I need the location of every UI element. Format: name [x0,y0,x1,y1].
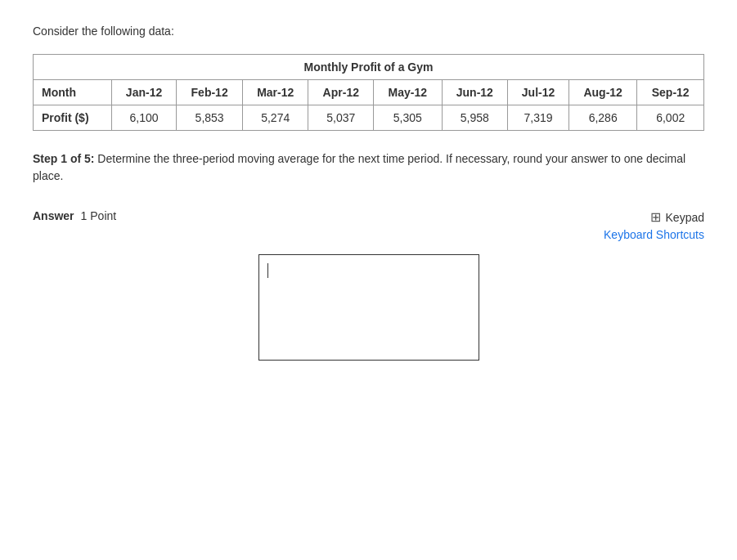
col-header-aug: Aug-12 [568,80,636,105]
step-description: Determine the three-period moving averag… [33,152,685,182]
row-label-profit: Profit ($) [34,105,112,131]
cell-may: 5,305 [374,105,442,131]
answer-input-area [33,254,704,361]
col-header-month: Month [34,80,112,105]
table-row: Profit ($) 6,100 5,853 5,274 5,037 5,305… [34,105,704,131]
page-container: Consider the following data: Monthly Pro… [0,0,737,560]
col-header-may: May-12 [374,80,442,105]
col-header-jul: Jul-12 [508,80,569,105]
answer-points: 1 Point [81,209,117,222]
data-table: Monthly Profit of a Gym Month Jan-12 Feb… [33,54,704,131]
cursor-line [267,263,268,278]
step-label: Step 1 of 5: [33,152,94,165]
cell-jun: 5,958 [442,105,508,131]
step-text: Step 1 of 5: Determine the three-period … [33,150,704,185]
table-title: Monthly Profit of a Gym [34,55,704,80]
answer-label-group: Answer 1 Point [33,209,116,222]
keypad-label: Keypad [666,211,704,224]
keyboard-shortcuts-link[interactable]: Keyboard Shortcuts [604,228,704,241]
answer-input-box[interactable] [258,254,479,361]
answer-header: Answer 1 Point ⊞ Keypad Keyboard Shortcu… [33,209,704,241]
cell-sep: 6,002 [637,105,704,131]
col-header-feb: Feb-12 [177,80,243,105]
table-wrapper: Monthly Profit of a Gym Month Jan-12 Feb… [33,54,704,131]
cell-mar: 5,274 [242,105,308,131]
col-header-jun: Jun-12 [442,80,508,105]
cell-apr: 5,037 [308,105,374,131]
keypad-button[interactable]: ⊞ Keypad [650,209,704,225]
cell-jul: 7,319 [508,105,569,131]
col-header-apr: Apr-12 [308,80,374,105]
answer-section: Answer 1 Point ⊞ Keypad Keyboard Shortcu… [33,209,704,361]
cell-aug: 6,286 [568,105,636,131]
answer-label: Answer [33,209,74,222]
col-header-mar: Mar-12 [242,80,308,105]
keypad-icon: ⊞ [650,209,661,225]
intro-text: Consider the following data: [33,25,704,38]
col-header-jan: Jan-12 [111,80,177,105]
cell-jan: 6,100 [111,105,177,131]
cell-feb: 5,853 [177,105,243,131]
keypad-group: ⊞ Keypad Keyboard Shortcuts [604,209,704,241]
col-header-sep: Sep-12 [637,80,704,105]
